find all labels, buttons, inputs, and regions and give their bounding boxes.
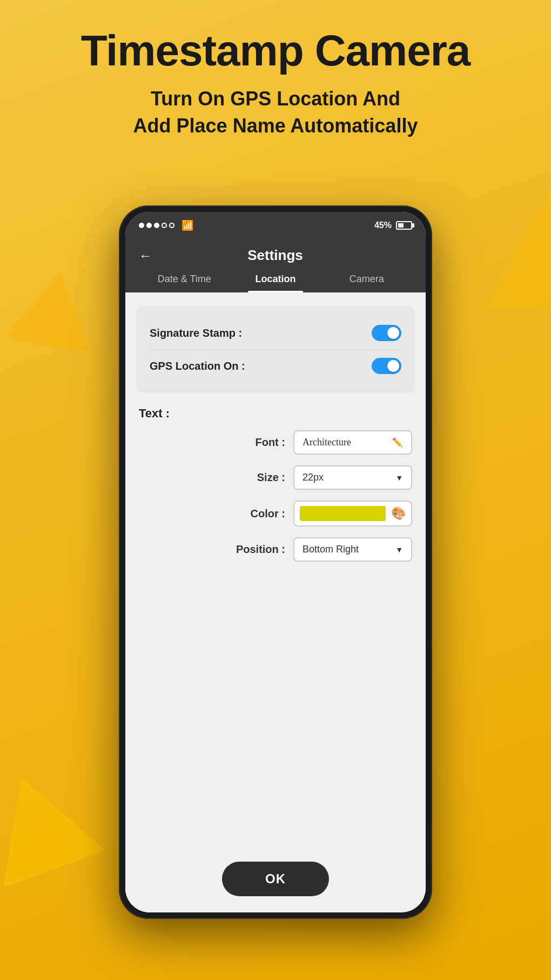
position-selector[interactable]: Bottom Right ▼	[293, 537, 412, 562]
edit-icon: ✏️	[392, 437, 403, 448]
color-row: Color : 🎨	[139, 501, 412, 526]
bg-decoration-1	[0, 759, 105, 888]
app-header: ← Settings Date & Time Location Camera	[125, 239, 426, 292]
app-subtitle: Turn On GPS Location And Add Place Name …	[22, 85, 529, 140]
text-section: Text : Font : Architecture ✏️ S	[136, 406, 415, 572]
gps-location-label: GPS Location On :	[150, 360, 245, 372]
header-section: Timestamp Camera Turn On GPS Location An…	[0, 27, 551, 140]
signature-stamp-label: Signature Stamp :	[150, 327, 242, 339]
position-dropdown-arrow: ▼	[395, 545, 403, 554]
text-section-title: Text :	[139, 406, 412, 421]
signal-dot-3	[154, 223, 159, 228]
subtitle-line2: Add Place Name Automatically	[133, 115, 418, 137]
status-right: 45%	[374, 221, 412, 230]
subtitle-line1: Turn On GPS Location And	[151, 88, 400, 110]
palette-icon: 🎨	[391, 506, 406, 521]
size-value: 22px	[303, 472, 324, 483]
toggles-card: Signature Stamp : GPS Location On :	[136, 306, 415, 393]
battery-icon	[396, 221, 412, 230]
gps-location-row: GPS Location On :	[150, 349, 401, 379]
size-control: 22px ▼	[293, 465, 412, 490]
size-selector[interactable]: 22px ▼	[293, 465, 412, 490]
position-control: Bottom Right ▼	[293, 537, 412, 562]
color-selector[interactable]: 🎨	[293, 501, 412, 526]
signal-dots	[139, 223, 174, 228]
phone-outer: 📶 45% ← Settings Date & Time	[119, 205, 432, 919]
status-left: 📶	[139, 219, 193, 231]
font-value: Architecture	[303, 437, 351, 448]
content-area: Signature Stamp : GPS Location On : Text…	[125, 292, 426, 912]
tab-location[interactable]: Location	[230, 274, 321, 292]
ok-button-container: OK	[125, 851, 426, 912]
color-label: Color :	[237, 508, 285, 520]
tab-camera[interactable]: Camera	[321, 274, 412, 292]
signal-dot-2	[146, 223, 152, 228]
position-value: Bottom Right	[303, 544, 359, 555]
signal-dot-4	[162, 223, 167, 228]
font-control: Architecture ✏️	[293, 430, 412, 455]
page-title: Settings	[160, 247, 391, 264]
signature-stamp-toggle[interactable]	[372, 325, 401, 341]
size-dropdown-arrow: ▼	[395, 474, 403, 482]
header-top: ← Settings	[139, 247, 412, 264]
back-button[interactable]: ←	[139, 248, 152, 263]
bg-decoration-2	[5, 263, 103, 353]
battery-percent: 45%	[374, 221, 392, 230]
signature-stamp-row: Signature Stamp :	[150, 319, 401, 346]
wifi-icon: 📶	[182, 219, 193, 231]
status-bar: 📶 45%	[125, 212, 426, 239]
position-row: Position : Bottom Right ▼	[139, 537, 412, 562]
ok-button[interactable]: OK	[222, 862, 329, 896]
position-label: Position :	[236, 543, 285, 556]
font-row: Font : Architecture ✏️	[139, 430, 412, 455]
font-selector[interactable]: Architecture ✏️	[293, 430, 412, 455]
gps-location-toggle[interactable]	[372, 358, 401, 374]
phone-inner: 📶 45% ← Settings Date & Time	[125, 212, 426, 912]
signal-dot-1	[139, 223, 144, 228]
battery-fill	[398, 223, 404, 228]
color-control: 🎨	[293, 501, 412, 526]
font-label: Font :	[237, 436, 285, 449]
app-title: Timestamp Camera	[22, 27, 529, 75]
color-swatch	[300, 506, 386, 521]
tab-date-time[interactable]: Date & Time	[139, 274, 230, 292]
bg-decoration-3	[486, 189, 551, 308]
size-row: Size : 22px ▼	[139, 465, 412, 490]
phone-mockup: 📶 45% ← Settings Date & Time	[119, 205, 432, 919]
tabs: Date & Time Location Camera	[139, 274, 412, 292]
signal-dot-5	[169, 223, 174, 228]
size-label: Size :	[237, 471, 285, 484]
